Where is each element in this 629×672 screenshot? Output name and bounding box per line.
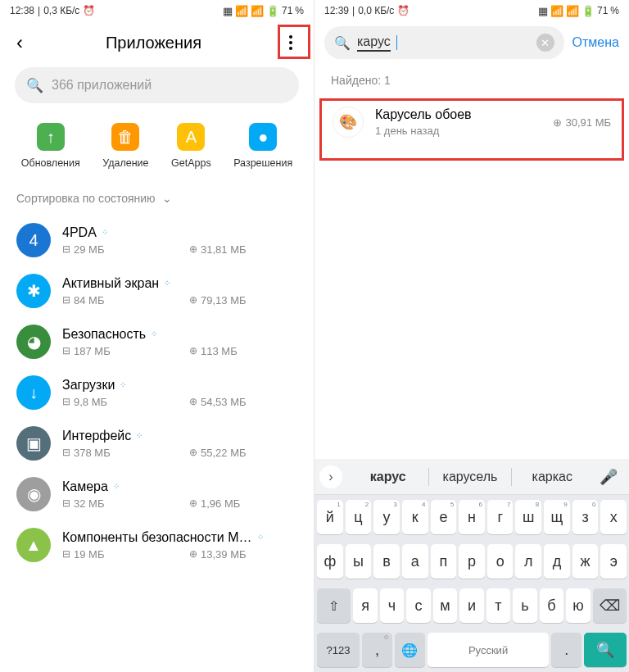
search-icon: 🔍: [334, 35, 351, 51]
key[interactable]: н6: [459, 500, 485, 534]
key[interactable]: ю: [566, 588, 590, 623]
app-list-item[interactable]: ◉ Камера ⁘ ⊟32 МБ ⊕1,96 МБ: [16, 469, 297, 520]
quick-action-label: Разрешения: [233, 157, 292, 169]
app-list-item[interactable]: ◕ Безопасность ⁘ ⊟187 МБ ⊕113 МБ: [16, 316, 297, 367]
key[interactable]: р: [459, 544, 485, 579]
search-input[interactable]: 🔍 карус ✕: [324, 26, 564, 59]
app-list-item[interactable]: ▲ Компоненты безопасности M… ⁘ ⊟19 МБ ⊕1…: [16, 520, 297, 570]
loading-icon: ⁘: [136, 431, 142, 440]
app-icon: ▲: [16, 528, 51, 562]
key-numbers[interactable]: ?123: [317, 633, 360, 667]
key[interactable]: ф: [317, 544, 343, 579]
keyboard: › карус карусель каркас 🎤 й1ц2у3к4е5н6г7…: [314, 459, 629, 672]
key[interactable]: э: [600, 544, 627, 579]
key-language[interactable]: 🌐: [395, 633, 425, 667]
expand-suggestions-button[interactable]: ›: [319, 465, 342, 488]
quick-action-icon: ●: [249, 123, 277, 151]
app-list-item[interactable]: ▣ Интерфейс ⁘ ⊟378 МБ ⊕55,22 МБ: [16, 418, 297, 469]
result-size: 30,91 МБ: [565, 116, 611, 129]
app-icon: ↓: [16, 375, 51, 410]
key[interactable]: а: [402, 544, 428, 579]
key[interactable]: о: [487, 544, 514, 579]
search-bar[interactable]: 🔍 366 приложений: [15, 67, 299, 103]
key[interactable]: я: [353, 588, 377, 623]
key[interactable]: т: [486, 588, 510, 623]
quick-action-icon: A: [177, 123, 205, 151]
status-time: 12:38: [10, 5, 34, 16]
clear-search-button[interactable]: ✕: [536, 34, 554, 52]
quick-action-icon: 🗑: [111, 123, 139, 151]
app-ram: 187 МБ: [74, 345, 111, 357]
sim-icon: ▦: [223, 5, 233, 17]
key[interactable]: х: [600, 500, 627, 534]
mic-icon[interactable]: 🎤: [593, 468, 624, 486]
search-icon: 🔍: [26, 77, 43, 94]
app-name: Активный экран: [62, 276, 159, 291]
app-storage: 54,53 МБ: [201, 396, 247, 408]
status-speed: 0,3 КБ/с: [43, 5, 79, 16]
app-list-item[interactable]: 4 4PDA ⁘ ⊟29 МБ ⊕31,81 МБ: [16, 215, 297, 266]
storage-icon: ⊕: [189, 497, 197, 509]
annotation-highlight: [278, 25, 310, 59]
alarm-icon: ⏰: [397, 5, 410, 16]
storage-icon: ⊕: [189, 243, 197, 255]
cancel-button[interactable]: Отмена: [572, 35, 619, 50]
app-ram: 9,8 МБ: [74, 396, 107, 408]
key[interactable]: л: [515, 544, 541, 579]
app-storage: 13,39 МБ: [201, 548, 247, 561]
key[interactable]: у3: [373, 500, 400, 534]
key[interactable]: м: [433, 588, 457, 623]
sort-dropdown[interactable]: Сортировка по состоянию ⌄: [0, 177, 314, 215]
key[interactable]: г7: [487, 500, 514, 534]
chip-icon: ⊟: [62, 243, 70, 255]
key-period[interactable]: .: [551, 633, 581, 667]
app-storage: 79,13 МБ: [201, 294, 247, 306]
quick-action[interactable]: AGetApps: [171, 123, 211, 169]
key[interactable]: з0: [572, 500, 599, 534]
app-ram: 84 МБ: [74, 294, 104, 306]
key[interactable]: в: [373, 544, 400, 579]
key[interactable]: и: [459, 588, 483, 623]
key-search[interactable]: 🔍: [584, 633, 627, 667]
key[interactable]: ц2: [346, 500, 372, 534]
signal-icon-2: 📶: [566, 5, 579, 17]
key[interactable]: е5: [431, 500, 457, 534]
results-count: Найдено: 1: [314, 64, 629, 95]
app-list-item[interactable]: ↓ Загрузки ⁘ ⊟9,8 МБ ⊕54,53 МБ: [16, 367, 297, 418]
search-result-item[interactable]: 🎨 Карусель обоев 1 день назад ⊕ 30,91 МБ: [324, 95, 619, 149]
key-backspace[interactable]: ⌫: [593, 588, 627, 623]
key[interactable]: й1: [317, 500, 343, 534]
status-speed: 0,0 КБ/с: [358, 5, 394, 16]
key[interactable]: щ9: [544, 500, 570, 534]
loading-icon: ⁘: [102, 228, 107, 237]
app-list-item[interactable]: ✱ Активный экран ⁘ ⊟84 МБ ⊕79,13 МБ: [16, 266, 297, 316]
suggestion[interactable]: карус: [347, 463, 428, 491]
chip-icon: ⊟: [62, 294, 70, 306]
signal-icon: 📶: [550, 5, 563, 17]
back-button[interactable]: ‹: [10, 31, 29, 54]
storage-icon: ⊕: [189, 345, 197, 356]
key[interactable]: ш8: [515, 500, 541, 534]
key[interactable]: с: [406, 588, 430, 623]
quick-action[interactable]: ↑Обновления: [21, 123, 80, 169]
loading-icon: ⁘: [151, 329, 156, 338]
key[interactable]: б: [540, 588, 563, 623]
key-comma[interactable]: ,☺: [362, 633, 392, 667]
suggestion[interactable]: карусель: [429, 463, 510, 491]
key[interactable]: ь: [513, 588, 536, 623]
quick-action[interactable]: 🗑Удаление: [102, 123, 148, 169]
loading-icon: ⁘: [113, 482, 119, 491]
key[interactable]: ж: [572, 544, 599, 579]
key[interactable]: к4: [402, 500, 428, 534]
key-shift[interactable]: ⇧: [317, 588, 351, 623]
quick-action[interactable]: ●Разрешения: [233, 123, 292, 169]
suggestion[interactable]: каркас: [512, 463, 593, 491]
key-space[interactable]: Русский: [428, 633, 549, 667]
key[interactable]: ч: [380, 588, 404, 623]
key[interactable]: п: [431, 544, 457, 579]
app-icon: 🎨: [333, 107, 364, 138]
key[interactable]: ы: [346, 544, 372, 579]
loading-icon: ⁘: [120, 380, 125, 389]
key[interactable]: д: [544, 544, 570, 579]
app-icon: ✱: [16, 274, 51, 308]
